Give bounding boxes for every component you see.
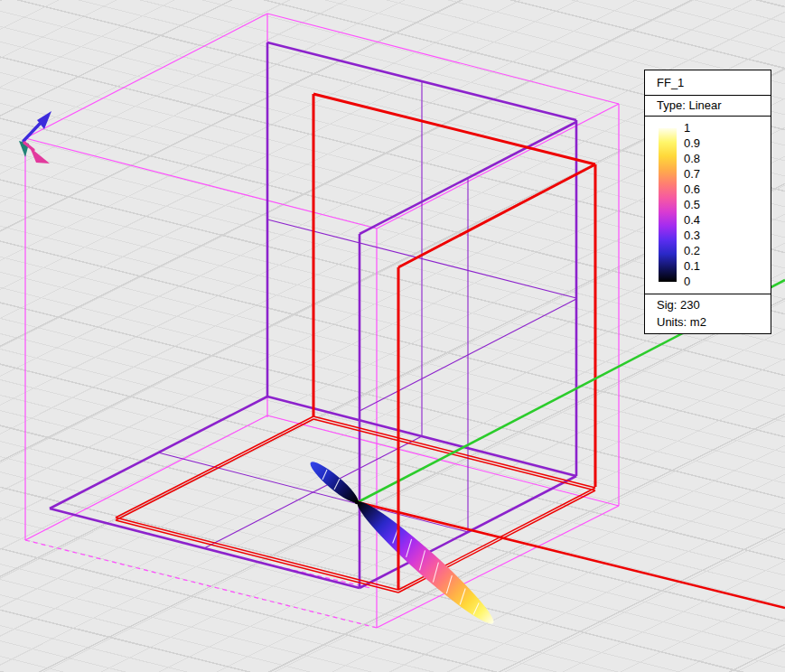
colorbar-tick: 0.9 [684,136,700,151]
back-lobe [306,457,362,507]
axis-triad [19,111,51,163]
colorbar-tick: 0.6 [684,182,700,197]
legend-type-label: Type: Linear [645,96,771,117]
main-lobe [350,493,500,631]
colorbar-tick: 1 [684,121,690,135]
legend-title: FF_1 [645,70,771,96]
legend-panel[interactable]: FF_1 Type: Linear 10.90.80.70.60.50.40.3… [644,70,771,334]
colorbar-tick: 0.3 [684,229,700,243]
legend-colorbar-section: 10.90.80.70.60.50.40.30.20.10 [645,117,771,294]
colorbar-tick: 0.7 [684,167,700,182]
colorbar-tick: 0 [684,275,690,289]
radiation-pattern [306,457,500,631]
legend-units-label: Units: m2 [657,313,771,331]
legend-footer: Sig: 230 Units: m2 [645,294,771,333]
colorbar-tick: 0.4 [684,213,700,228]
viewport-3d[interactable]: FF_1 Type: Linear 10.90.80.70.60.50.40.3… [0,0,785,672]
colorbar-tick: 0.2 [684,244,700,258]
legend-sig-label: Sig: 230 [657,296,771,313]
pattern-center-dot [355,500,359,504]
colorbar-tick: 0.8 [684,152,700,166]
red-plates [116,94,595,593]
colorbar-tick: 0.5 [684,198,700,212]
bounding-box [25,14,619,628]
colorbar-tick: 0.1 [684,259,700,274]
colorbar [659,128,677,282]
